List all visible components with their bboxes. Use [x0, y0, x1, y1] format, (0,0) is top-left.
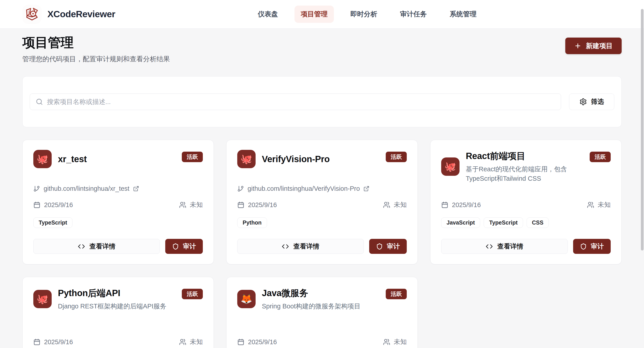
git-branch-icon [237, 186, 244, 192]
scrollbar[interactable] [640, 0, 644, 348]
project-name: Java微服务 [262, 287, 361, 299]
audit-label: 审计 [387, 242, 400, 251]
new-project-label: 新建项目 [586, 42, 613, 50]
new-project-button[interactable]: 新建项目 [565, 38, 622, 54]
external-link-icon [363, 186, 370, 192]
filter-button[interactable]: 筛选 [569, 94, 614, 110]
repo-link[interactable]: github.com/lintsinghua/xr_test [33, 185, 139, 192]
audit-label: 审计 [591, 242, 604, 251]
project-card: 活跃 🦊 Java微服务 Spring Boot构建的微服务架构项目 [226, 277, 418, 348]
owner-text: 未知 [190, 200, 203, 209]
created-date: 2025/9/16 [237, 201, 277, 209]
audit-button[interactable]: 审计 [369, 239, 407, 254]
created-date: 2025/9/16 [33, 338, 73, 346]
owner-text: 未知 [394, 200, 407, 209]
status-badge: 活跃 [386, 289, 407, 299]
owner-text: 未知 [394, 338, 407, 346]
created-date: 2025/9/16 [33, 201, 73, 209]
status-badge: 活跃 [182, 152, 203, 162]
view-details-button[interactable]: 查看详情 [237, 239, 364, 254]
page-subtitle: 管理您的代码项目，配置审计规则和查看分析结果 [22, 54, 170, 64]
view-details-button[interactable]: 查看详情 [441, 239, 568, 254]
actions-row: 查看详情 审计 [33, 239, 203, 254]
tags-row: JavaScriptTypeScriptCSS [441, 218, 611, 228]
meta-row: 2025/9/16 未知 [33, 200, 203, 209]
project-avatar: 🐙 [237, 150, 256, 168]
tags-row: Python [237, 218, 407, 228]
main-nav: 仪表盘项目管理即时分析审计任务系统管理 [252, 6, 483, 23]
brand-title: XCodeReviewer [48, 9, 115, 20]
external-link-icon [133, 186, 139, 192]
date-text: 2025/9/16 [452, 201, 481, 209]
nav-item[interactable]: 审计任务 [394, 6, 433, 23]
view-details-label: 查看详情 [90, 242, 116, 251]
title-row: 项目管理 管理您的代码项目，配置审计规则和查看分析结果 新建项目 [22, 34, 622, 64]
projects-grid: 活跃 🐙 xr_test github.com/lintsinghua/xr_t… [22, 140, 622, 348]
project-description: Spring Boot构建的微服务架构项目 [262, 302, 361, 311]
card-top: 🦊 Java微服务 Spring Boot构建的微服务架构项目 [237, 287, 407, 330]
view-details-button[interactable]: 查看详情 [33, 239, 160, 254]
audit-label: 审计 [183, 242, 196, 251]
tag-pill: TypeScript [33, 218, 72, 228]
repo-link[interactable]: github.com/lintsinghua/VerifyVision-Pro [237, 185, 370, 192]
project-card: 活跃 🐙 xr_test github.com/lintsinghua/xr_t… [22, 140, 214, 264]
calendar-icon [237, 201, 244, 208]
users-icon [383, 201, 390, 208]
project-title-block: xr_test [58, 154, 87, 164]
status-badge: 活跃 [182, 289, 203, 299]
project-card: 活跃 🐙 React前端项目 基于React的现代化前端应用，包含TypeScr… [430, 140, 622, 264]
search-input[interactable] [30, 94, 561, 110]
tag-pill: CSS [526, 218, 549, 228]
owner-text: 未知 [190, 338, 203, 346]
project-title-block: VerifyVision-Pro [262, 154, 330, 164]
project-name: React前端项目 [466, 150, 580, 162]
scrollbar-thumb[interactable] [641, 9, 644, 250]
project-card: 活跃 🐙 Python后端API Django REST框架构建的后端API服务 [22, 277, 214, 348]
view-details-label: 查看详情 [497, 242, 523, 251]
owner: 未知 [179, 338, 203, 346]
calendar-icon [441, 201, 448, 208]
card-head: 🐙 VerifyVision-Pro [237, 150, 407, 168]
title-block: 项目管理 管理您的代码项目，配置审计规则和查看分析结果 [22, 34, 170, 64]
meta-row: 2025/9/16 未知 [441, 200, 611, 209]
calendar-icon [237, 338, 244, 346]
nav-item[interactable]: 系统管理 [444, 6, 483, 23]
date-text: 2025/9/16 [248, 201, 277, 209]
tag-pill: TypeScript [484, 218, 523, 228]
created-date: 2025/9/16 [441, 201, 481, 209]
repo-url: github.com/lintsinghua/VerifyVision-Pro [248, 185, 360, 192]
meta-row: 2025/9/16 未知 [33, 338, 203, 346]
project-avatar: 🐙 [33, 150, 52, 168]
owner: 未知 [383, 200, 407, 209]
code-icon [486, 243, 493, 250]
filter-label: 筛选 [591, 97, 604, 106]
project-description: 基于React的现代化前端应用，包含TypeScript和Tailwind CS… [466, 164, 580, 183]
card-top: 🐙 xr_test github.com/lintsinghua/xr_test [33, 150, 203, 192]
nav-item[interactable]: 仪表盘 [252, 6, 284, 23]
date-text: 2025/9/16 [248, 338, 277, 346]
card-head: 🦊 Java微服务 Spring Boot构建的微服务架构项目 [237, 287, 407, 311]
nav-item[interactable]: 项目管理 [294, 6, 334, 23]
project-title-block: Python后端API Django REST框架构建的后端API服务 [58, 287, 166, 311]
brand: XCodeReviewer [22, 5, 115, 24]
audit-button[interactable]: 审计 [573, 239, 611, 254]
page-title: 项目管理 [22, 34, 170, 52]
project-title-block: Java微服务 Spring Boot构建的微服务架构项目 [262, 287, 361, 311]
shield-icon [580, 243, 587, 250]
project-avatar: 🐙 [441, 158, 460, 176]
project-description: Django REST框架构建的后端API服务 [58, 302, 166, 311]
tag-pill: Python [237, 218, 267, 228]
audit-button[interactable]: 审计 [165, 239, 203, 254]
calendar-icon [33, 338, 40, 346]
plus-icon [574, 42, 582, 50]
card-top: 🐙 Python后端API Django REST框架构建的后端API服务 [33, 287, 203, 330]
users-icon [587, 201, 594, 208]
owner: 未知 [383, 338, 407, 346]
nav-item[interactable]: 即时分析 [344, 6, 384, 23]
actions-row: 查看详情 审计 [237, 239, 407, 254]
card-top: 🐙 VerifyVision-Pro github.com/lintsinghu… [237, 150, 407, 192]
meta-row: 2025/9/16 未知 [237, 338, 407, 346]
owner: 未知 [587, 200, 611, 209]
calendar-icon [33, 201, 40, 208]
project-title-block: React前端项目 基于React的现代化前端应用，包含TypeScript和T… [466, 150, 580, 183]
